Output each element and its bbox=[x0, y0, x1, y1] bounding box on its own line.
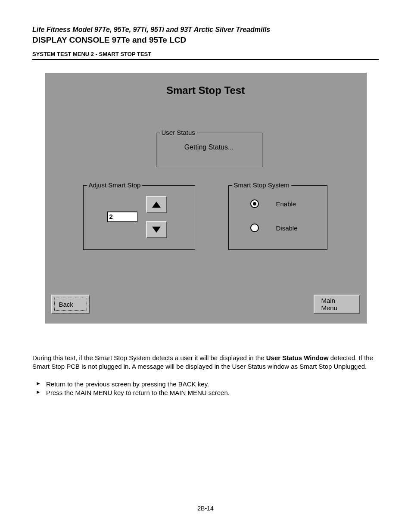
system-legend: Smart Stop System bbox=[232, 181, 291, 189]
radio-row-enable[interactable]: Enable bbox=[250, 199, 296, 208]
doc-title: DISPLAY CONSOLE 97Te and 95Te LCD bbox=[32, 35, 379, 45]
page-number: 2B-14 bbox=[32, 505, 379, 512]
instruction-list: Return to the previous screen by pressin… bbox=[32, 380, 379, 398]
radio-enable[interactable] bbox=[250, 199, 259, 208]
radio-enable-label: Enable bbox=[276, 200, 296, 208]
adjust-legend: Adjust Smart Stop bbox=[87, 181, 143, 189]
back-button[interactable]: Back bbox=[51, 295, 90, 314]
user-status-legend: User Status bbox=[160, 129, 197, 136]
back-button-label: Back bbox=[59, 301, 73, 308]
triangle-down-icon bbox=[152, 227, 161, 233]
user-status-value: Getting Status... bbox=[156, 143, 262, 151]
instruction-item: Press the MAIN MENU key to return to the… bbox=[36, 389, 379, 397]
para-pre: During this test, if the Smart Stop Syst… bbox=[32, 354, 266, 361]
adjust-down-button[interactable] bbox=[146, 221, 167, 238]
main-menu-button-label: Main Menu bbox=[321, 297, 352, 311]
description-paragraph: During this test, if the Smart Stop Syst… bbox=[32, 354, 379, 371]
section-label: SYSTEM TEST MENU 2 - SMART STOP TEST bbox=[32, 51, 379, 57]
adjust-up-button[interactable] bbox=[146, 196, 167, 213]
lcd-screen: Smart Stop Test User Status Getting Stat… bbox=[45, 73, 367, 324]
para-bold: User Status Window bbox=[266, 354, 329, 361]
instruction-item: Return to the previous screen by pressin… bbox=[36, 380, 379, 389]
main-menu-button[interactable]: Main Menu bbox=[314, 295, 360, 314]
doc-supertitle: Life Fitness Model 97Te, 95Te, 97Ti, 95T… bbox=[32, 26, 379, 34]
divider bbox=[32, 59, 379, 60]
smart-stop-system-group: Smart Stop System Enable Disable bbox=[228, 185, 327, 250]
screen-title: Smart Stop Test bbox=[45, 84, 366, 96]
radio-disable-label: Disable bbox=[276, 224, 298, 232]
adjust-value-input[interactable]: 2 bbox=[107, 212, 137, 222]
radio-disable[interactable] bbox=[250, 224, 259, 232]
triangle-up-icon bbox=[152, 202, 161, 208]
adjust-smart-stop-group: Adjust Smart Stop 2 bbox=[83, 185, 195, 250]
user-status-group: User Status Getting Status... bbox=[156, 133, 262, 167]
radio-row-disable[interactable]: Disable bbox=[250, 224, 298, 232]
